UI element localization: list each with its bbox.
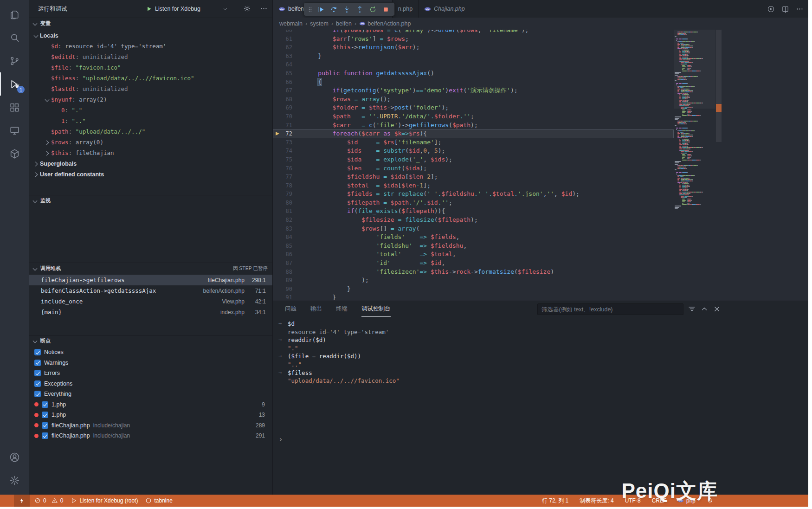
console-filter-icon[interactable] — [688, 305, 696, 313]
code-line[interactable]: 81 if(file_exists($filepath)){ — [273, 207, 674, 216]
editor-tab[interactable]: n.php — [393, 0, 419, 18]
line-number[interactable]: 76 — [273, 164, 303, 173]
activity-settings[interactable] — [0, 469, 29, 492]
breakpoint-checkbox[interactable] — [34, 360, 41, 366]
breakpoint-checkbox[interactable] — [42, 422, 48, 429]
breakpoint-checkbox[interactable] — [34, 370, 41, 376]
variable-row[interactable]: $nyunf: array(2) — [29, 94, 272, 105]
line-number[interactable]: 85 — [273, 242, 303, 251]
variable-row[interactable]: $file: "favicon.ico" — [29, 62, 272, 73]
line-number[interactable]: 78 — [273, 181, 303, 190]
watch-section-header[interactable]: 监视 — [29, 195, 272, 206]
line-number[interactable]: 89 — [273, 276, 303, 285]
debug-settings-gear-icon[interactable] — [243, 5, 251, 13]
code-line[interactable]: 78 $total = $ida[$len-1]; — [273, 181, 674, 190]
debug-continue-button[interactable] — [315, 3, 327, 15]
code-line[interactable]: 72 foreach($carr as $k=>$rs){ — [273, 129, 674, 138]
line-number[interactable]: 81 — [273, 207, 303, 216]
line-number[interactable]: 90 — [273, 285, 303, 294]
code-line[interactable]: 65 public function getdatssssAjax() — [273, 69, 674, 78]
split-editor-icon[interactable] — [781, 5, 789, 13]
code-line[interactable]: 71 $carr = c('file')->getfilerows($path)… — [273, 121, 674, 130]
variable-row[interactable]: $editdt: uninitialized — [29, 52, 272, 62]
line-number[interactable]: 68 — [273, 95, 303, 104]
panel-close-icon[interactable] — [713, 305, 721, 313]
variable-row[interactable]: 0: "." — [29, 105, 272, 116]
breakpoint-row[interactable]: Warnings — [29, 358, 272, 368]
code-line[interactable]: 85 'fieldshu' => $fieldshu, — [273, 242, 674, 251]
panel-maximize-icon[interactable] — [700, 305, 709, 313]
minimap[interactable] — [674, 30, 715, 301]
line-number[interactable]: 91 — [273, 293, 303, 301]
code-line[interactable]: 89 ); — [273, 276, 674, 285]
code-line[interactable]: 90 } — [273, 285, 674, 294]
remote-indicator[interactable] — [14, 495, 30, 507]
breakpoint-checkbox[interactable] — [42, 432, 48, 439]
code-line[interactable]: 83 $rows[] = array( — [273, 225, 674, 233]
line-number[interactable]: 63 — [273, 52, 303, 61]
code-line[interactable]: 70 $path = ''.UPDIR.'/data/'.$folder.''; — [273, 112, 674, 121]
sidebar-more-actions-icon[interactable] — [260, 5, 268, 13]
debug-step-over-button[interactable] — [328, 3, 340, 15]
callstack-section-header[interactable]: 调用堆栈 因 STEP 已暂停 — [29, 263, 272, 274]
breakpoint-row[interactable]: Errors — [29, 368, 272, 379]
line-number[interactable]: 80 — [273, 199, 303, 207]
code-line[interactable]: 76 $len = count($ida); — [273, 164, 674, 173]
toolbar-grip-icon[interactable] — [307, 6, 314, 13]
debug-status[interactable]: Listen for Xdebug (root) — [67, 495, 142, 507]
variable-row[interactable]: $rows: array(0) — [29, 137, 272, 148]
editor-more-actions-icon[interactable] — [796, 5, 804, 13]
line-number[interactable]: 86 — [273, 250, 303, 259]
variable-row[interactable]: Superglobals — [29, 158, 272, 169]
console-input[interactable]: › — [278, 435, 283, 444]
panel-tab[interactable]: 调试控制台 — [361, 301, 391, 317]
debug-step-into-button[interactable] — [341, 3, 353, 15]
breakpoint-row[interactable]: fileChajian.phpinclude/chajian289 — [29, 420, 272, 431]
variable-row[interactable]: 1: ".." — [29, 116, 272, 126]
line-number[interactable]: 67 — [273, 86, 303, 95]
breakpoint-row[interactable]: Notices — [29, 347, 272, 358]
start-debugging-icon[interactable] — [146, 6, 152, 12]
tabnine-status[interactable]: tabnine — [142, 495, 176, 507]
breakpoint-row[interactable]: fileChajian.phpinclude/chajian291 — [29, 431, 272, 441]
variable-row[interactable]: Locals — [29, 30, 272, 41]
console-filter-input[interactable] — [537, 303, 683, 315]
callstack-frame[interactable]: fileChajian->getfilerowsfileChajian.php2… — [29, 275, 272, 285]
breadcrumb-item[interactable]: webmain — [279, 20, 303, 27]
line-number[interactable]: 71 — [273, 121, 303, 130]
activity-test-explorer[interactable] — [0, 142, 29, 165]
line-number[interactable]: 82 — [273, 216, 303, 225]
breakpoint-checkbox[interactable] — [42, 401, 48, 408]
breakpoint-row[interactable]: 1.php13 — [29, 410, 272, 420]
code-line[interactable]: 69 $folder = $this->post('folder'); — [273, 103, 674, 112]
code-line[interactable]: 67 if(getconfig('systype')=='demo')exit(… — [273, 86, 674, 95]
editor-scrollbar[interactable] — [715, 30, 722, 301]
code-line[interactable]: 87 'id' => $id, — [273, 259, 674, 268]
line-number[interactable]: 79 — [273, 190, 303, 199]
editor-tab[interactable]: phpChajian.php — [419, 0, 486, 18]
variable-row[interactable]: User defined constants — [29, 169, 272, 180]
code-line[interactable]: 64 — [273, 60, 674, 69]
panel-tab[interactable]: 输出 — [310, 301, 322, 317]
line-number[interactable]: 83 — [273, 225, 303, 233]
line-number[interactable]: 84 — [273, 233, 303, 242]
panel-tab[interactable]: 终端 — [336, 301, 348, 317]
code-line[interactable]: 79 $fields = str_replace('_'.$fieldshu.'… — [273, 190, 674, 199]
code-line[interactable]: 80 $filepath = $path.'/'.$id.''; — [273, 199, 674, 207]
code-line[interactable]: 68 $rows = array(); — [273, 95, 674, 104]
line-number[interactable]: 60 — [273, 30, 303, 35]
code-line[interactable]: 88 'filesizecn'=> $this->rock->formatsiz… — [273, 268, 674, 277]
launch-caret-down-icon[interactable] — [222, 6, 229, 13]
line-number[interactable]: 66 — [273, 78, 303, 87]
variable-row[interactable]: $filess: "upload/data/../..//favicon.ico… — [29, 73, 272, 84]
status-item[interactable]: 制表符长度: 4 — [576, 495, 617, 507]
code-line[interactable]: 86 'total' => $total, — [273, 250, 674, 259]
run-or-debug-icon[interactable] — [767, 5, 775, 13]
breakpoint-checkbox[interactable] — [42, 412, 48, 418]
activity-run-debug[interactable]: 1 — [0, 72, 29, 96]
activity-source-control[interactable] — [0, 49, 29, 72]
line-number[interactable]: 87 — [273, 259, 303, 268]
code-line[interactable]: 61 $arr['rows'] = $rows; — [273, 35, 674, 44]
code-line[interactable]: 60 if($rows)$rows = c('array')->order($r… — [273, 30, 674, 35]
code-line[interactable]: 63 } — [273, 52, 674, 61]
